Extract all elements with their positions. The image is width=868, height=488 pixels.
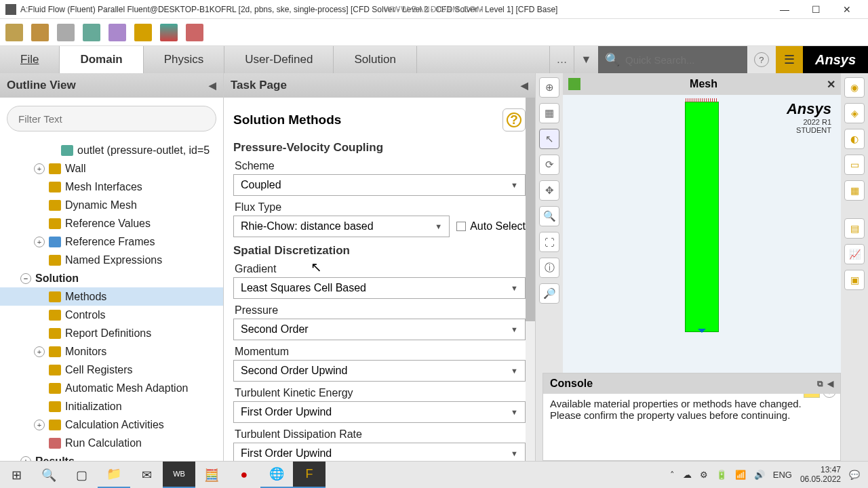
pointer-icon[interactable]: ↖ (539, 129, 559, 149)
tree-node-controls[interactable]: Controls (0, 306, 223, 324)
menu-icon[interactable]: ☰ (776, 46, 803, 73)
tab-solution[interactable]: Solution (334, 46, 416, 73)
scroll-thumb[interactable] (526, 98, 535, 321)
tree-node-dynamic-mesh[interactable]: Dynamic Mesh (0, 196, 223, 214)
tree-node-solution[interactable]: −Solution (0, 269, 223, 287)
tray-battery-icon[interactable]: 🔋 (716, 470, 727, 480)
tool-icon[interactable] (134, 24, 152, 41)
help-button[interactable]: ? (502, 108, 526, 131)
ribbon-more-icon[interactable]: … (549, 46, 574, 73)
flux-type-dropdown[interactable]: Rhie-Chow: distance based (233, 216, 450, 237)
tray-wifi-icon[interactable]: 📶 (735, 470, 746, 480)
tree-node-cell-registers[interactable]: Cell Registers (0, 361, 223, 379)
ribbon-dropdown-icon[interactable]: ▼ (574, 46, 598, 73)
tree-node-reference-frames[interactable]: +Reference Frames (0, 232, 223, 251)
tray-notifications-icon[interactable]: 💬 (849, 470, 860, 480)
mail-icon[interactable]: ✉ (130, 462, 163, 489)
tree-node-named-expressions[interactable]: Named Expressions (0, 251, 223, 269)
rotate-icon[interactable]: ⟳ (539, 155, 559, 175)
tray-chevron-icon[interactable]: ˄ (670, 470, 675, 480)
tree-node-methods[interactable]: Methods (0, 287, 223, 306)
display-tool-icon[interactable]: ◈ (844, 103, 865, 123)
tree-node-initialization[interactable]: Initialization (0, 397, 223, 415)
titlebar: A:Fluid Flow (Fluent) Parallel Fluent@DE… (0, 0, 868, 19)
momentum-dropdown[interactable]: Second Order Upwind (233, 360, 526, 382)
tool-icon[interactable] (5, 24, 23, 41)
tree-node-auto-mesh-adaption[interactable]: Automatic Mesh Adaption (0, 379, 223, 397)
pressure-dropdown[interactable]: Second Order (233, 319, 526, 340)
explorer-icon[interactable]: 📁 (98, 462, 130, 489)
close-tab-icon[interactable]: ✕ (827, 78, 835, 91)
tray-volume-icon[interactable]: 🔊 (754, 470, 765, 480)
calculator-icon[interactable]: 🧮 (195, 462, 228, 489)
tab-user-defined[interactable]: User-Defined (224, 46, 334, 73)
tool-icon[interactable] (57, 24, 75, 41)
console-popout-icon[interactable]: ⧉ (817, 379, 823, 388)
maximize-button[interactable]: ☐ (800, 0, 831, 19)
tdr-dropdown[interactable]: First Order Upwind (233, 443, 526, 461)
tab-physics[interactable]: Physics (144, 46, 225, 73)
tke-dropdown[interactable]: First Order Upwind (233, 401, 526, 423)
chrome-icon[interactable]: 🌐 (260, 462, 293, 489)
close-button[interactable]: ✕ (831, 0, 863, 19)
tree-node-reference-values[interactable]: Reference Values (0, 214, 223, 232)
search-button[interactable]: 🔍 (33, 462, 65, 489)
view-tool-icon[interactable]: ⊕ (539, 77, 559, 98)
auto-select-checkbox[interactable]: Auto Select (456, 220, 526, 232)
display-tool-icon[interactable]: ▣ (844, 270, 865, 290)
collapse-icon[interactable]: ◀ (521, 80, 528, 91)
tray-icon[interactable]: ⚙ (700, 470, 708, 480)
right-toolbar: ◉ ◈ ◐ ▭ ▦ ▤ 📈 ▣ (841, 73, 868, 461)
collapse-icon[interactable]: ◀ (209, 80, 216, 91)
system-tray[interactable]: ˄ ☁ ⚙ 🔋 📶 🔊 ENG 13:4706.05.2022 💬 (662, 466, 868, 483)
filter-input[interactable] (7, 106, 216, 131)
tree-node-run-calculation[interactable]: Run Calculation (0, 434, 223, 452)
mesh-geometry[interactable] (685, 102, 719, 332)
workbench-icon[interactable]: WB (163, 462, 195, 489)
start-button[interactable]: ⊞ (0, 462, 33, 489)
tool-icon[interactable] (31, 24, 49, 41)
tool-icon[interactable] (160, 24, 178, 41)
scheme-dropdown[interactable]: Coupled (233, 174, 526, 196)
tool-icon[interactable] (186, 24, 203, 41)
tab-file[interactable]: File (0, 46, 60, 73)
minimize-button[interactable]: — (769, 0, 800, 19)
tool-icon[interactable] (108, 24, 126, 41)
display-tool-icon[interactable]: ▤ (844, 218, 865, 239)
zoom-icon[interactable]: 🔍 (539, 206, 559, 226)
display-tool-icon[interactable]: 📈 (844, 244, 865, 264)
view-tool-icon[interactable]: ▦ (539, 103, 559, 123)
tree-node-wall[interactable]: +Wall (0, 159, 223, 178)
tree-node-calc-activities[interactable]: +Calculation Activities (0, 415, 223, 434)
display-tool-icon[interactable]: ◐ (844, 129, 865, 149)
zoom-region-icon[interactable]: 🔎 (539, 283, 559, 304)
display-tool-icon[interactable]: ◉ (844, 77, 865, 98)
tree-node-results[interactable]: +Results (0, 452, 223, 461)
fit-icon[interactable]: ⛶ (539, 232, 559, 252)
tray-clock[interactable]: 13:4706.05.2022 (800, 466, 841, 483)
info-icon[interactable]: ⓘ (539, 258, 559, 278)
tray-icon[interactable]: ☁ (683, 470, 692, 480)
help-button[interactable]: ? (747, 46, 776, 73)
tree-node-outlet[interactable]: outlet (pressure-outlet, id=5 (0, 141, 223, 159)
tree-node-report-definitions[interactable]: Report Definitions (0, 324, 223, 342)
tray-language[interactable]: ENG (773, 470, 792, 480)
tool-icon[interactable] (83, 24, 100, 41)
gradient-dropdown[interactable]: Least Squares Cell Based (233, 277, 526, 299)
display-tool-icon[interactable]: ▭ (844, 155, 865, 175)
tab-domain[interactable]: Domain (60, 46, 143, 73)
taskview-button[interactable]: ▢ (65, 462, 98, 489)
search-input[interactable] (625, 54, 741, 66)
tree-node-mesh-interfaces[interactable]: Mesh Interfaces (0, 178, 223, 196)
fluent-icon[interactable]: F (293, 462, 326, 489)
momentum-label: Momentum (235, 346, 524, 358)
display-tool-icon[interactable]: ▦ (844, 180, 865, 201)
console-collapse-icon[interactable]: ◀ (827, 379, 833, 388)
flux-type-label: Flux Type (235, 201, 524, 214)
warning-icon[interactable]: ⚠ (804, 394, 820, 398)
tree-node-monitors[interactable]: +Monitors (0, 342, 223, 361)
pan-icon[interactable]: ✥ (539, 180, 559, 201)
task-page-panel: Task Page◀ Solution Methods ? Pressure-V… (224, 73, 536, 461)
quick-search[interactable]: 🔍 (598, 46, 747, 73)
record-icon[interactable]: ● (228, 462, 260, 489)
